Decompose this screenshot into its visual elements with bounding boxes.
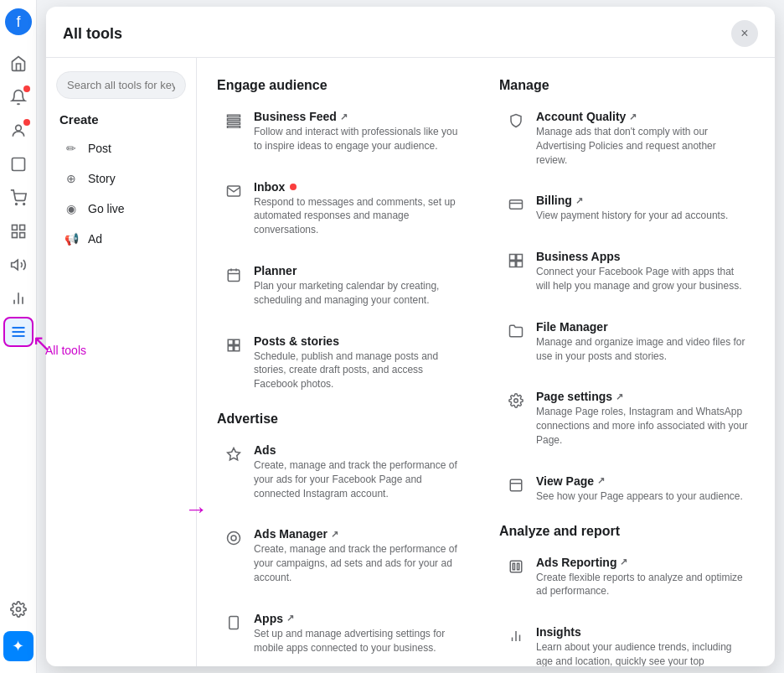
create-ad-item[interactable]: 📢 Ad bbox=[56, 224, 186, 254]
business-feed-name: Business Feed ↗ bbox=[254, 110, 466, 123]
posts-stories-name: Posts & stories bbox=[254, 334, 466, 348]
svg-rect-55 bbox=[518, 563, 519, 570]
svg-rect-27 bbox=[235, 339, 240, 344]
svg-rect-29 bbox=[235, 345, 240, 350]
ads-reporting-icon bbox=[506, 557, 526, 577]
apps-ext-icon: ↗ bbox=[286, 613, 294, 624]
insights-desc: Learn about your audience trends, includ… bbox=[536, 640, 748, 666]
sidebar-star-icon[interactable]: ✦ bbox=[3, 631, 34, 661]
view-page-name: View Page ↗ bbox=[536, 474, 743, 488]
ads-manager-desc: Create, manage and track the performance… bbox=[254, 542, 466, 584]
account-quality-name: Account Quality ↗ bbox=[536, 110, 748, 123]
create-golive-item[interactable]: ◉ Go live bbox=[56, 194, 186, 224]
svg-point-51 bbox=[514, 399, 518, 403]
planner-item[interactable]: Planner Plan your marketing calendar by … bbox=[217, 257, 472, 314]
bell-badge bbox=[23, 85, 30, 92]
svg-rect-7 bbox=[19, 225, 24, 230]
golive-icon: ◉ bbox=[63, 200, 80, 217]
meta-logo[interactable]: f bbox=[5, 8, 32, 35]
sidebar-all-tools-icon[interactable] bbox=[3, 317, 34, 347]
ads-desc: Create, manage and track the performance… bbox=[254, 458, 466, 500]
create-story-item[interactable]: ⊕ Story bbox=[56, 163, 186, 194]
file-manager-icon bbox=[506, 321, 526, 341]
view-page-info: View Page ↗ See how your Page appears to… bbox=[536, 474, 743, 504]
search-input[interactable] bbox=[56, 71, 186, 99]
business-apps-name: Business Apps bbox=[536, 250, 748, 263]
svg-rect-26 bbox=[228, 339, 233, 344]
inbox-desc: Respond to messages and comments, set up… bbox=[254, 195, 466, 237]
account-quality-item[interactable]: Account Quality ↗ Manage ads that don't … bbox=[499, 103, 755, 173]
post-icon: ✏ bbox=[63, 140, 80, 157]
billing-item[interactable]: Billing ↗ View payment history for your … bbox=[499, 187, 755, 230]
close-button[interactable]: × bbox=[731, 20, 758, 47]
inbox-name: Inbox bbox=[254, 180, 466, 194]
sidebar-profile-icon[interactable] bbox=[3, 116, 34, 146]
sidebar-settings-icon[interactable] bbox=[3, 594, 34, 624]
view-page-ext-icon: ↗ bbox=[597, 475, 605, 486]
events-manager-arrow: → bbox=[184, 496, 208, 523]
ads-item[interactable]: Ads Create, manage and track the perform… bbox=[217, 437, 472, 507]
business-feed-icon bbox=[224, 111, 244, 131]
page-settings-item[interactable]: Page settings ↗ Manage Page roles, Insta… bbox=[499, 383, 755, 453]
svg-rect-22 bbox=[228, 270, 240, 282]
sidebar-grid-icon[interactable] bbox=[3, 216, 34, 246]
business-apps-item[interactable]: Business Apps Connect your Facebook Page… bbox=[499, 243, 755, 300]
business-apps-desc: Connect your Facebook Page with apps tha… bbox=[536, 265, 748, 293]
sidebar-chart-icon[interactable] bbox=[3, 283, 34, 313]
right-content-column: Manage Account Quality ↗ Manage ads that… bbox=[486, 75, 755, 666]
ads-reporting-desc: Create flexible reports to analyze and o… bbox=[536, 571, 748, 599]
sidebar-shop-icon[interactable] bbox=[3, 183, 34, 213]
insights-item[interactable]: Insights Learn about your audience trend… bbox=[499, 619, 755, 666]
modal-title: All tools bbox=[63, 25, 122, 43]
ads-reporting-ext-icon: ↗ bbox=[620, 557, 627, 567]
sidebar-pages-icon[interactable] bbox=[3, 149, 34, 179]
analyze-report-heading: Analyze and report bbox=[499, 524, 755, 539]
modal-header: All tools × bbox=[46, 7, 775, 58]
ads-manager-item[interactable]: Ads Manager ↗ Create, manage and track t… bbox=[217, 520, 472, 591]
billing-ext-icon: ↗ bbox=[575, 195, 583, 206]
sidebar-home-icon[interactable] bbox=[3, 49, 34, 79]
billing-name: Billing ↗ bbox=[536, 194, 728, 207]
view-page-desc: See how your Page appears to your audien… bbox=[536, 489, 743, 504]
inbox-dot-badge bbox=[290, 184, 297, 190]
story-icon: ⊕ bbox=[63, 170, 80, 187]
apps-item[interactable]: Apps ↗ Set up and manage advertising set… bbox=[217, 605, 472, 662]
svg-rect-20 bbox=[228, 122, 240, 124]
planner-icon bbox=[224, 265, 244, 285]
sidebar-bell-icon[interactable] bbox=[3, 82, 34, 112]
ads-reporting-item[interactable]: Ads Reporting ↗ Create flexible reports … bbox=[499, 549, 755, 606]
page-settings-name: Page settings ↗ bbox=[536, 390, 748, 403]
svg-point-31 bbox=[228, 532, 240, 545]
page-settings-icon bbox=[506, 391, 526, 411]
inbox-icon bbox=[224, 181, 244, 201]
svg-point-2 bbox=[15, 125, 21, 131]
planner-desc: Plan your marketing calendar by creating… bbox=[254, 279, 466, 308]
ads-icon bbox=[224, 444, 244, 464]
file-manager-item[interactable]: File Manager Manage and organize image a… bbox=[499, 313, 755, 370]
apps-icon bbox=[224, 613, 244, 633]
svg-point-5 bbox=[23, 204, 24, 205]
posts-stories-item[interactable]: Posts & stories Schedule, publish and ma… bbox=[217, 328, 472, 398]
svg-point-32 bbox=[231, 536, 236, 541]
view-page-item[interactable]: View Page ↗ See how your Page appears to… bbox=[499, 468, 755, 510]
svg-rect-45 bbox=[510, 200, 523, 210]
svg-rect-6 bbox=[12, 225, 17, 230]
posts-stories-info: Posts & stories Schedule, publish and ma… bbox=[254, 334, 466, 391]
sidebar-megaphone-icon[interactable] bbox=[3, 250, 34, 280]
create-post-item[interactable]: ✏ Post bbox=[56, 133, 186, 163]
ads-manager-name: Ads Manager ↗ bbox=[254, 527, 466, 541]
business-feed-item[interactable]: Business Feed ↗ Follow and interact with… bbox=[217, 103, 472, 160]
svg-marker-10 bbox=[11, 260, 18, 270]
ads-reporting-info: Ads Reporting ↗ Create flexible reports … bbox=[536, 556, 748, 599]
story-label: Story bbox=[88, 172, 116, 185]
page-settings-desc: Manage Page roles, Instagram and WhatsAp… bbox=[536, 405, 748, 447]
svg-point-4 bbox=[15, 204, 17, 205]
create-section-title: Create bbox=[56, 112, 186, 127]
billing-info: Billing ↗ View payment history for your … bbox=[536, 194, 728, 223]
left-content-column: Engage audience Business Feed ↗ Follow a… bbox=[217, 75, 486, 666]
inbox-item[interactable]: Inbox Respond to messages and comments, … bbox=[217, 173, 472, 244]
svg-rect-9 bbox=[12, 233, 17, 238]
insights-info: Insights Learn about your audience trend… bbox=[536, 625, 748, 666]
engage-audience-heading: Engage audience bbox=[217, 78, 472, 93]
svg-rect-49 bbox=[510, 261, 516, 267]
